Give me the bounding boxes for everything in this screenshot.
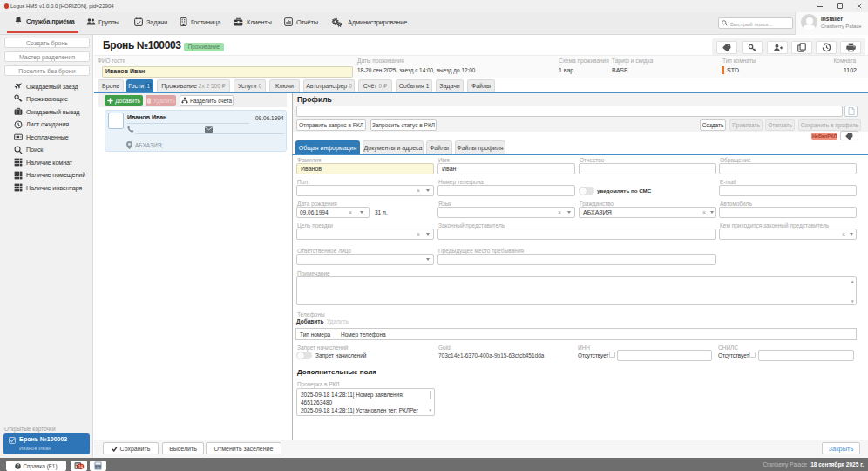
svg-text:?: ? (17, 464, 20, 468)
svg-text:14: 14 (78, 465, 83, 469)
